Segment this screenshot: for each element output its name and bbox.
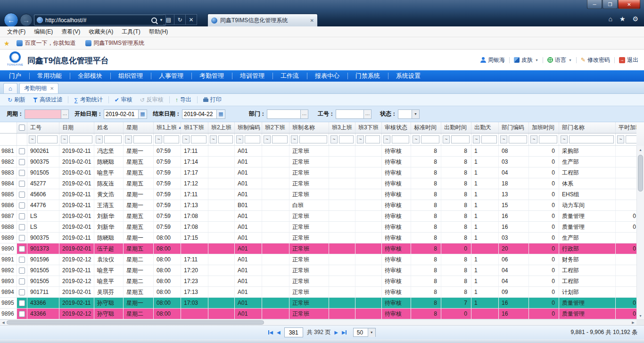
calendar-icon[interactable]: ▦: [138, 110, 147, 118]
column-header[interactable]: 平时加班: [616, 122, 636, 133]
column-header[interactable]: 班制名称: [289, 122, 329, 133]
scroll-down-icon[interactable]: ▼: [637, 312, 644, 319]
column-filter-input[interactable]: [392, 135, 409, 143]
row-checkbox[interactable]: [19, 159, 25, 165]
horizontal-scroll-thumb[interactable]: [7, 320, 264, 325]
filter-operator-button[interactable]: ~: [264, 135, 271, 143]
row-checkbox[interactable]: [19, 268, 25, 274]
horizontal-scrollbar[interactable]: ◀ ▶: [0, 319, 644, 326]
menu-item[interactable]: 工具(T): [117, 28, 144, 36]
nav-menu-item[interactable]: 考勤管理: [191, 70, 232, 82]
table-row[interactable]: 98829003752019-02-01陈晓聪星期五07:5917:14A01正…: [0, 157, 636, 167]
minimize-button[interactable]: ─: [587, 0, 602, 9]
table-row[interactable]: 98949017112019-02-01吴琪芬星期五08:0017:13A01正…: [0, 287, 636, 298]
column-header[interactable]: 班1下班: [181, 122, 208, 133]
audit-button[interactable]: ✔ 审核: [111, 95, 136, 105]
start-date-field[interactable]: ▦: [104, 109, 147, 119]
end-date-input[interactable]: [182, 110, 216, 118]
logout-button[interactable]: → 退出: [619, 56, 638, 64]
column-header[interactable]: 班3上班: [329, 122, 355, 133]
column-header[interactable]: 班3下班: [355, 122, 382, 133]
browser-back-button[interactable]: ←: [4, 13, 18, 27]
vertical-scroll-thumb[interactable]: [638, 155, 643, 192]
row-checkbox[interactable]: [19, 170, 25, 176]
attendance-stats-button[interactable]: ∑ 考勤统计: [70, 95, 107, 105]
column-filter-input[interactable]: [191, 135, 206, 143]
nav-menu-item[interactable]: 培训管理: [232, 70, 272, 82]
row-checkbox[interactable]: [19, 289, 25, 295]
table-row[interactable]: 98909013732019-02-01伍子超星期五08:00A01正常班待审核…: [0, 243, 636, 254]
page-size-select[interactable]: 50 ▼: [353, 328, 376, 337]
filter-operator-button[interactable]: ~: [500, 135, 507, 143]
table-row[interactable]: 98899003752019-02-11陈晓聪星期一08:0017:15A01正…: [0, 233, 636, 243]
row-checkbox[interactable]: [19, 224, 25, 230]
prev-page-button[interactable]: ◀: [277, 330, 281, 335]
table-row[interactable]: 9895433662019-02-11孙守聪星期一08:0017:03A01正常…: [0, 298, 636, 309]
period-field[interactable]: …: [25, 109, 69, 119]
column-filter-input[interactable]: [626, 135, 636, 143]
column-filter-input[interactable]: [245, 135, 260, 143]
column-header[interactable]: 审核状态: [382, 122, 411, 133]
favorites-bar-link[interactable]: 百度一下，你就知道: [12, 39, 81, 47]
nav-menu-item[interactable]: 人事管理: [151, 70, 191, 82]
table-row[interactable]: 98819002612019-02-11冯志坚星期一07:5917:11A01正…: [0, 146, 636, 157]
period-picker-button[interactable]: …: [61, 110, 68, 118]
current-user-menu[interactable]: 周银海: [480, 56, 505, 64]
nav-menu-item[interactable]: 报表中心: [307, 70, 347, 82]
module-tab-close-icon[interactable]: ✕: [50, 86, 54, 91]
table-row[interactable]: 98839015052019-02-01喻意平星期五07:5917:17A01正…: [0, 167, 636, 178]
table-row[interactable]: 98939015052019-02-12喻意平星期二08:0017:23A01正…: [0, 276, 636, 287]
filter-operator-button[interactable]: ~: [291, 135, 298, 143]
favorites-star-icon[interactable]: ★: [619, 15, 626, 23]
nav-menu-item[interactable]: 常用功能: [29, 70, 70, 82]
vertical-scrollbar[interactable]: ▲ ▼: [636, 146, 644, 319]
table-row[interactable]: 98929015052019-02-11喻意平星期一08:0017:20A01正…: [0, 265, 636, 276]
nav-menu-item[interactable]: 门禁系统: [347, 70, 388, 82]
nav-menu-item[interactable]: 系统设置: [388, 70, 429, 82]
active-module-tab[interactable]: 考勤明细 ✕: [19, 83, 58, 93]
filter-operator-button[interactable]: ~: [357, 135, 364, 143]
column-filter-input[interactable]: [69, 135, 92, 143]
row-checkbox[interactable]: [19, 213, 25, 219]
column-filter-input[interactable]: [339, 135, 354, 143]
row-checkbox[interactable]: [19, 311, 25, 317]
search-icon[interactable]: [151, 17, 157, 23]
last-page-button[interactable]: ▶: [342, 330, 347, 335]
maximize-button[interactable]: ❐: [603, 0, 618, 9]
nav-menu-item[interactable]: 门户: [1, 70, 29, 82]
column-header[interactable]: 加班时间: [529, 122, 559, 133]
column-filter-input[interactable]: [218, 135, 233, 143]
department-input[interactable]: [267, 110, 300, 118]
table-row[interactable]: 9885456062019-02-11黄文浩星期一07:5917:11A01正常…: [0, 189, 636, 200]
nav-menu-item[interactable]: 全部模块: [70, 70, 110, 82]
column-filter-input[interactable]: [481, 135, 497, 143]
advanced-filter-button[interactable]: 高级过滤: [29, 95, 66, 105]
table-row[interactable]: 9887LS2019-02-01刘新华星期五07:5917:08A01正常班待审…: [0, 211, 636, 222]
row-checkbox[interactable]: [19, 235, 25, 241]
filter-operator-button[interactable]: ~: [96, 135, 103, 143]
settings-gear-icon[interactable]: ⚙: [632, 15, 638, 23]
column-header[interactable]: 班2上班: [208, 122, 235, 133]
stop-icon[interactable]: ✕: [186, 14, 197, 25]
address-dropdown-icon[interactable]: ▼: [159, 18, 163, 22]
close-button[interactable]: ✕: [618, 0, 640, 9]
filter-operator-button[interactable]: ~: [530, 135, 537, 143]
start-date-input[interactable]: [104, 110, 138, 118]
row-checkbox[interactable]: [19, 300, 25, 306]
print-button[interactable]: 打印: [199, 95, 225, 105]
language-menu[interactable]: 语言 ▼: [547, 56, 572, 64]
column-filter-input[interactable]: [569, 135, 614, 143]
row-checkbox[interactable]: [19, 181, 25, 187]
first-page-button[interactable]: ◀: [268, 330, 273, 335]
column-header[interactable]: 工号: [27, 122, 59, 133]
filter-operator-button[interactable]: ~: [473, 135, 480, 143]
table-row[interactable]: 9888LS2019-02-01刘新华星期五07:5917:08A01正常班待审…: [0, 222, 636, 233]
menu-item[interactable]: 查看(V): [57, 28, 84, 36]
column-filter-input[interactable]: [365, 135, 380, 143]
select-all-checkbox[interactable]: [19, 125, 25, 131]
page-number-input[interactable]: [284, 327, 303, 337]
favorites-bar-link[interactable]: 同鑫T9IMS管理系统: [81, 39, 149, 47]
status-select[interactable]: ▼: [398, 109, 420, 119]
filter-operator-button[interactable]: ~: [210, 135, 217, 143]
filter-operator-button[interactable]: ~: [617, 135, 624, 143]
